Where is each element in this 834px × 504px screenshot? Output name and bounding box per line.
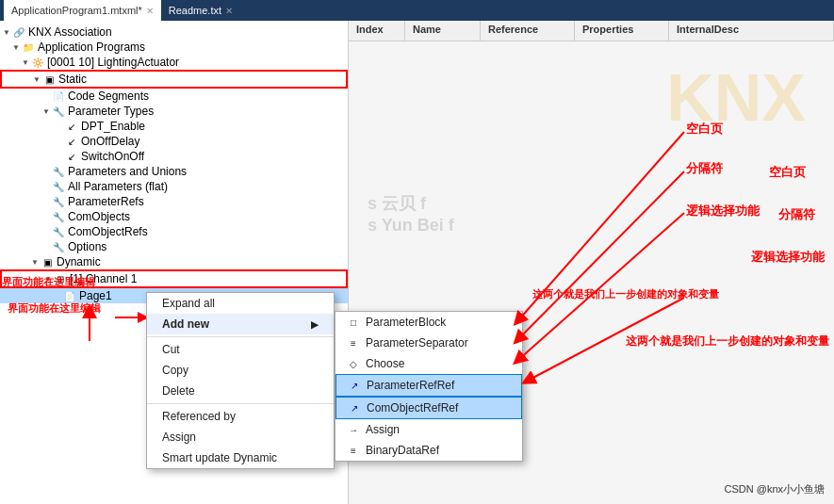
submenu: □ ParameterBlock ≡ ParameterSeparator ◇ … (335, 311, 523, 462)
comobjrefref-icon: ↗ (346, 401, 363, 415)
expand-knx: ▼ (2, 28, 11, 37)
paramrefref-icon: ↗ (346, 379, 363, 392)
assign-icon: → (345, 423, 362, 436)
switch-label: SwitchOnOff (79, 150, 144, 163)
object-note-annotation: 这两个就是我们上一步创建的对象和变量 (626, 333, 829, 350)
tree-item-comobjrefs[interactable]: 🔧 ComObjectRefs (0, 224, 348, 239)
menu-item-referenced-by[interactable]: Referenced by (147, 406, 334, 427)
tree-item-allparams[interactable]: 🔧 All Parameters (flat) (0, 179, 348, 194)
options-label: Options (66, 240, 106, 253)
dpt-icon: ↙ (64, 120, 79, 133)
logic-select-annotation: 逻辑选择功能 (751, 249, 825, 266)
add-new-label: Add new (162, 317, 209, 331)
static-label: Static (57, 73, 87, 86)
csdn-watermark: CSDN @knx小小鱼塘 (724, 482, 825, 496)
tree-item-paramtypes[interactable]: ▼ 🔧 Parameter Types (0, 104, 348, 119)
lighting-icon: 🔆 (30, 56, 45, 69)
menu-item-cut[interactable]: Cut (147, 339, 334, 360)
comobjrefs-icon: 🔧 (51, 225, 66, 238)
expand-lighting: ▼ (21, 58, 30, 67)
onoff-icon: ↙ (64, 135, 79, 148)
tree-item-code[interactable]: 📄 Code Segments (0, 89, 348, 104)
paramblock-icon: □ (345, 316, 362, 329)
menu-item-smart-update[interactable]: Smart update Dynamic (147, 447, 334, 468)
page1-label: Page1 (77, 289, 112, 302)
menu-item-delete[interactable]: Delete (147, 381, 334, 401)
title-bar: ApplicationProgram1.mtxml* ✕ Readme.txt … (0, 0, 834, 21)
choose-icon: ◇ (345, 357, 362, 370)
choose-label: Choose (366, 357, 404, 370)
paramrefs-label: ParameterRefs (66, 195, 144, 208)
menu-sep-2 (147, 403, 334, 404)
lighting-label: [0001 10] LightingActuator (45, 56, 179, 69)
static-icon: ▣ (41, 73, 57, 86)
tab-close-readme[interactable]: ✕ (225, 6, 233, 16)
tree-item-comobj[interactable]: 🔧 ComObjects (0, 209, 348, 224)
tree-item-channel[interactable]: ▼ ⊞ [1] Channel 1 (0, 269, 348, 288)
comobjrefref-label: ComObjectRefRef (367, 401, 458, 415)
menu-item-expand-all[interactable]: Expand all (147, 293, 334, 314)
code-label: Code Segments (66, 89, 149, 103)
expand-paramtypes: ▼ (41, 107, 51, 116)
tree-item-dynamic[interactable]: ▼ ▣ Dynamic (0, 254, 348, 269)
separator-annotation: 分隔符 (778, 206, 815, 223)
col-header-internaldesc: InternalDesc (669, 21, 834, 41)
submenu-item-paramrefref[interactable]: ↗ ParameterRefRef (335, 374, 522, 397)
dpt-label: DPT_Enable (79, 120, 145, 133)
tree-item-options[interactable]: 🔧 Options (0, 239, 348, 254)
menu-item-copy[interactable]: Copy (147, 360, 334, 381)
comobj-label: ComObjects (66, 210, 130, 223)
tree-item-appprogs[interactable]: ▼ 📁 Application Programs (0, 40, 348, 55)
tree-item-switch[interactable]: ↙ SwitchOnOff (0, 149, 348, 164)
tree-item-params[interactable]: 🔧 Parameters and Unions (0, 164, 348, 179)
submenu-item-paramsep[interactable]: ≡ ParameterSeparator (335, 333, 522, 353)
referenced-by-label: Referenced by (162, 410, 236, 423)
submenu-item-paramblock[interactable]: □ ParameterBlock (335, 312, 522, 333)
edit-arrow-svg (2, 303, 153, 332)
menu-item-add-new[interactable]: Add new ▶ (147, 314, 334, 334)
tab-readme-label: Readme.txt (169, 5, 221, 16)
assign-label: Assign (366, 423, 400, 436)
tree-item-dpt[interactable]: ↙ DPT_Enable (0, 119, 348, 134)
delete-label: Delete (162, 384, 195, 398)
knx-label: KNX Association (26, 25, 112, 39)
submenu-item-bindataref[interactable]: ≡ BinaryDataRef (335, 440, 522, 461)
paramsep-label: ParameterSeparator (366, 336, 468, 350)
channel-icon: ⊞ (53, 272, 68, 285)
tree-item-paramrefs[interactable]: 🔧 ParameterRefs (0, 194, 348, 209)
allparams-label: All Parameters (flat) (66, 180, 168, 193)
tab-readme[interactable]: Readme.txt ✕ (161, 0, 240, 21)
code-icon: 📄 (51, 89, 66, 103)
allparams-icon: 🔧 (51, 180, 66, 193)
knx-icon: 🔗 (11, 25, 26, 39)
submenu-item-assign[interactable]: → Assign (335, 419, 522, 440)
comobjrefs-label: ComObjectRefs (66, 225, 148, 238)
tree-item-lighting[interactable]: ▼ 🔆 [0001 10] LightingActuator (0, 55, 348, 70)
submenu-item-choose[interactable]: ◇ Choose (335, 353, 522, 374)
column-headers: Index Name Reference Properties Internal… (349, 21, 834, 41)
expand-appprogs: ▼ (11, 43, 21, 52)
col-header-reference: Reference (481, 21, 575, 41)
col-header-index: Index (349, 21, 405, 41)
submenu-item-comobjrefref[interactable]: ↗ ComObjectRefRef (335, 397, 522, 419)
menu-item-assign[interactable]: Assign (147, 427, 334, 447)
appprogs-icon: 📁 (21, 41, 36, 54)
params-icon: 🔧 (51, 165, 66, 178)
blank-page-annotation: 空白页 (769, 164, 806, 181)
bindataref-label: BinaryDataRef (366, 444, 439, 457)
add-new-arrow: ▶ (311, 319, 319, 330)
params-label: Parameters and Unions (66, 165, 187, 178)
tab-close-application[interactable]: ✕ (146, 6, 154, 16)
paramsep-icon: ≡ (345, 336, 362, 350)
menu-sep-1 (147, 336, 334, 337)
tree-item-onoff[interactable]: ↙ OnOffDelay (0, 134, 348, 149)
tree-item-static[interactable]: ▼ ▣ Static (0, 70, 348, 89)
context-menu: Expand all Add new ▶ Cut Copy Delete Ref… (146, 292, 335, 469)
tree-item-knx[interactable]: ▼ 🔗 KNX Association (0, 24, 348, 40)
page1-icon: 📄 (62, 289, 77, 302)
knx-logo-watermark: KNX (666, 60, 806, 136)
onoff-label: OnOffDelay (79, 135, 139, 148)
tab-application-label: ApplicationProgram1.mtxml* (11, 5, 142, 16)
tab-application[interactable]: ApplicationProgram1.mtxml* ✕ (4, 0, 161, 21)
assign-label: Assign (162, 431, 196, 444)
